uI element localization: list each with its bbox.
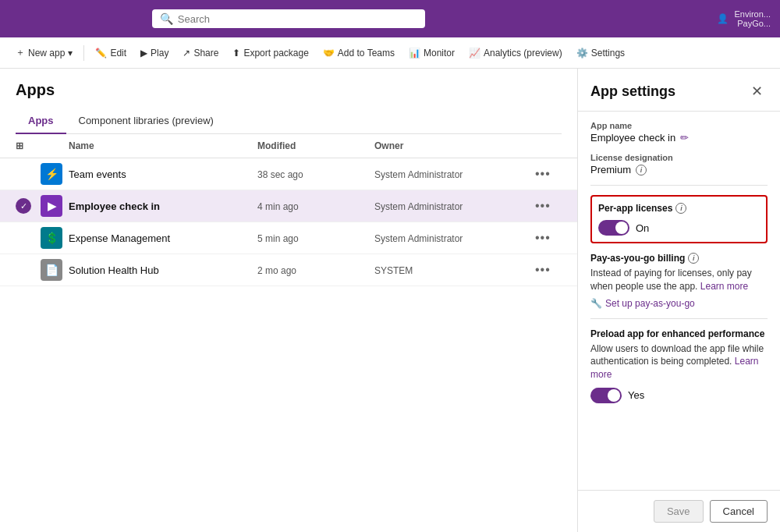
share-icon: ↗ (183, 48, 190, 59)
row-name-1: Team events (69, 168, 126, 180)
export-label: Export package (243, 48, 308, 59)
setup-link-label: Set up pay-as-you-go (605, 298, 695, 309)
row-check-2: ✓ (16, 198, 41, 214)
tabs: Apps Component libraries (preview) (16, 108, 562, 134)
play-icon: ▶ (140, 48, 147, 59)
setup-pay-link[interactable]: 🔧 Set up pay-as-you-go (590, 298, 768, 309)
row-time-1: 38 sec ago (257, 169, 303, 180)
edit-button[interactable]: ✏️ Edit (89, 44, 133, 62)
table-header: ⊞ Name Modified Owner (0, 134, 577, 158)
close-panel-button[interactable]: ✕ (746, 81, 768, 101)
row-menu-3[interactable]: ••• (530, 229, 555, 246)
row-name-4: Solution Health Hub (69, 264, 159, 276)
row-icon-2: ▶ (41, 195, 69, 217)
grid-icon: ⊞ (16, 140, 23, 151)
new-app-button[interactable]: ＋ New app ▾ (9, 43, 79, 62)
billing-info-icon[interactable]: i (688, 253, 699, 264)
toolbar: ＋ New app ▾ ✏️ Edit ▶ Play ↗ Share ⬆ Exp… (0, 37, 780, 69)
search-icon: 🔍 (160, 12, 173, 25)
row-icon-3: 💲 (41, 227, 69, 249)
per-app-section: Per-app licenses i On (590, 195, 768, 243)
row-name-3: Expense Management (69, 232, 170, 244)
table-row[interactable]: 💲 Expense Management 5 min ago System Ad… (0, 222, 577, 254)
setup-icon: 🔧 (590, 298, 602, 309)
top-right: 👤 Environ... PayGo... (717, 9, 771, 28)
license-label: License designation (590, 153, 768, 162)
left-panel: Apps Apps Component libraries (preview) … (0, 69, 577, 532)
settings-icon: ⚙️ (576, 48, 588, 59)
table-row[interactable]: ⚡ Team events 38 sec ago System Administ… (0, 158, 577, 190)
play-label: Play (151, 48, 168, 59)
add-to-teams-button[interactable]: 🤝 Add to Teams (317, 44, 401, 62)
row-owner-2: System Administrator (374, 201, 463, 212)
app-icon-3: 💲 (41, 227, 62, 249)
table-row[interactable]: 📄 Solution Health Hub 2 mo ago SYSTEM ••… (0, 254, 577, 286)
billing-section: Pay-as-you-go billing i Instead of payin… (590, 253, 768, 309)
search-input[interactable] (178, 13, 417, 25)
share-button[interactable]: ↗ Share (176, 44, 225, 62)
apps-header: Apps Apps Component libraries (preview) (0, 69, 577, 134)
teams-icon: 🤝 (323, 48, 335, 59)
plus-icon: ＋ (16, 46, 25, 59)
app-settings-panel: App settings ✕ App name Employee check i… (577, 69, 780, 532)
billing-learn-more-link[interactable]: Learn more (700, 281, 748, 292)
header-modified: Modified (257, 140, 374, 151)
save-button[interactable]: Save (654, 500, 704, 523)
preload-section: Preload app for enhanced performance All… (590, 328, 768, 403)
analytics-icon: 📈 (469, 48, 480, 59)
billing-desc: Instead of paying for licenses, only pay… (590, 267, 768, 293)
env-line2: PayGo... (737, 19, 771, 28)
user-icon: 👤 (717, 13, 729, 24)
monitor-icon: 📊 (409, 48, 420, 59)
row-menu-2[interactable]: ••• (530, 197, 555, 215)
billing-title: Pay-as-you-go billing i (590, 253, 768, 264)
top-bar: 🔍 👤 Environ... PayGo... (0, 0, 780, 37)
preload-title: Preload app for enhanced performance (590, 328, 768, 339)
page-title: Apps (16, 81, 562, 99)
settings-button[interactable]: ⚙️ Settings (570, 44, 631, 62)
monitor-button[interactable]: 📊 Monitor (402, 44, 461, 62)
header-owner: Owner (374, 140, 530, 151)
chevron-icon: ▾ (68, 48, 73, 59)
panel-title: App settings (590, 83, 675, 100)
tab-apps[interactable]: Apps (16, 108, 66, 134)
row-time-3: 5 min ago (257, 233, 299, 244)
row-menu-4[interactable]: ••• (530, 261, 555, 278)
panel-header: App settings ✕ (578, 69, 780, 112)
preload-toggle[interactable] (590, 388, 622, 403)
row-time-2: 4 min ago (257, 201, 299, 212)
row-menu-1[interactable]: ••• (530, 165, 555, 183)
export-button[interactable]: ⬆ Export package (226, 44, 314, 62)
divider-1 (590, 185, 768, 186)
per-app-toggle-label: On (636, 222, 649, 234)
play-button[interactable]: ▶ Play (134, 44, 175, 62)
cancel-button[interactable]: Cancel (710, 500, 768, 523)
table-row[interactable]: ✓ ▶ Employee check in 4 min ago System A… (0, 190, 577, 222)
add-to-teams-label: Add to Teams (338, 48, 395, 59)
divider-2 (590, 318, 768, 319)
search-box[interactable]: 🔍 (152, 9, 425, 28)
per-app-title: Per-app licenses i (598, 203, 760, 214)
settings-label: Settings (591, 48, 625, 59)
preload-toggle-container: Yes (590, 388, 768, 403)
per-app-toggle-container: On (598, 220, 760, 236)
app-icon-2: ▶ (41, 195, 62, 217)
license-info-icon[interactable]: i (636, 165, 647, 176)
tab-component-libraries[interactable]: Component libraries (preview) (66, 108, 226, 134)
edit-name-icon[interactable]: ✏ (680, 132, 689, 144)
edit-icon: ✏️ (95, 48, 107, 59)
row-owner-3: System Administrator (374, 233, 463, 244)
app-name-value: Employee check in ✏ (590, 132, 768, 144)
monitor-label: Monitor (424, 48, 455, 59)
analytics-button[interactable]: 📈 Analytics (preview) (463, 44, 569, 62)
row-owner-4: SYSTEM (374, 265, 413, 276)
header-name: Name (69, 140, 257, 151)
license-value: Premium i (590, 164, 768, 176)
preload-toggle-label: Yes (628, 389, 644, 401)
per-app-info-icon[interactable]: i (675, 203, 686, 214)
app-icon-1: ⚡ (41, 163, 62, 185)
app-name-label: App name (590, 121, 768, 130)
per-app-toggle[interactable] (598, 220, 629, 236)
edit-label: Edit (110, 48, 126, 59)
row-time-4: 2 mo ago (257, 265, 296, 276)
